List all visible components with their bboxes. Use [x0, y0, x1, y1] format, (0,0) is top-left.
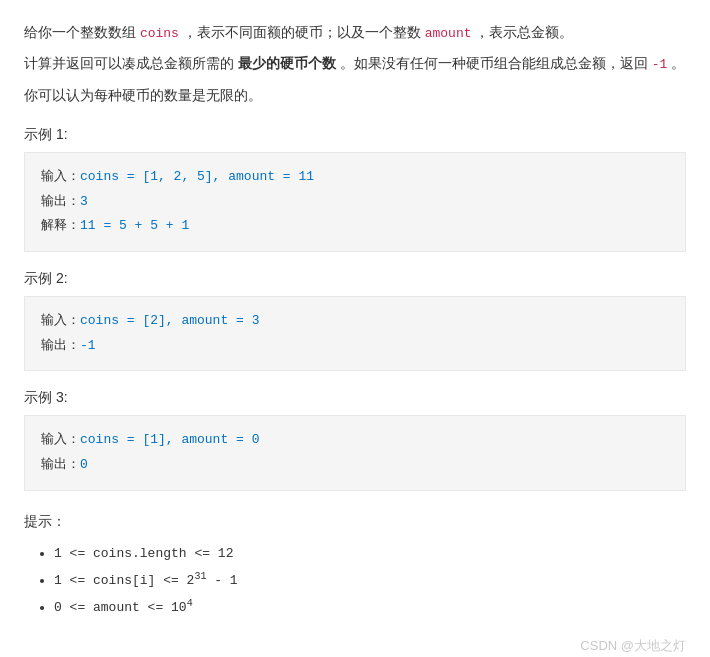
desc-keyword: 最少的硬币个数 — [238, 55, 336, 71]
example3-input-label: 输入： — [41, 432, 80, 447]
example3-output: 输出：0 — [41, 453, 669, 478]
example2-input: 输入：coins = [2], amount = 3 — [41, 309, 669, 334]
example3-output-label: 输出： — [41, 457, 80, 472]
description-section: 给你一个整数数组 coins ，表示不同面额的硬币；以及一个整数 amount … — [24, 20, 686, 108]
example2-block: 输入：coins = [2], amount = 3 输出：-1 — [24, 296, 686, 371]
example2-output: 输出：-1 — [41, 334, 669, 359]
example1-output-value: 3 — [80, 194, 88, 209]
desc-line1: 给你一个整数数组 coins ，表示不同面额的硬币；以及一个整数 amount … — [24, 20, 686, 45]
example1-input-label: 输入： — [41, 169, 80, 184]
hints-title: 提示： — [24, 513, 686, 531]
example1-explain-value: 11 = 5 + 5 + 1 — [80, 218, 189, 233]
inline-code-coins: coins — [140, 26, 179, 41]
example2-input-value: coins = [2], amount = 3 — [80, 313, 259, 328]
example1-block: 输入：coins = [1, 2, 5], amount = 11 输出：3 解… — [24, 152, 686, 252]
desc-line2: 计算并返回可以凑成总金额所需的 最少的硬币个数 。如果没有任何一种硬币组合能组成… — [24, 51, 686, 76]
example2-input-label: 输入： — [41, 313, 80, 328]
example1-explain-label: 解释： — [41, 218, 80, 233]
example1-explain: 解释：11 = 5 + 5 + 1 — [41, 214, 669, 239]
example3-output-value: 0 — [80, 457, 88, 472]
footer-brand: CSDN @大地之灯 — [24, 637, 686, 655]
example1-output: 输出：3 — [41, 190, 669, 215]
example3-title: 示例 3: — [24, 389, 686, 407]
hint-item-3: 0 <= amount <= 104 — [54, 594, 686, 621]
example1-input: 输入：coins = [1, 2, 5], amount = 11 — [41, 165, 669, 190]
example3-block: 输入：coins = [1], amount = 0 输出：0 — [24, 415, 686, 490]
example2-output-value: -1 — [80, 338, 96, 353]
inline-code-amount: amount — [425, 26, 472, 41]
example2-title: 示例 2: — [24, 270, 686, 288]
inline-code-neg1: -1 — [652, 57, 668, 72]
example1-title: 示例 1: — [24, 126, 686, 144]
example1-input-value: coins = [1, 2, 5], amount = 11 — [80, 169, 314, 184]
example3-input-value: coins = [1], amount = 0 — [80, 432, 259, 447]
hints-list: 1 <= coins.length <= 12 1 <= coins[i] <=… — [24, 541, 686, 622]
hint-item-1: 1 <= coins.length <= 12 — [54, 541, 686, 567]
example1-output-label: 输出： — [41, 194, 80, 209]
hint-item-2: 1 <= coins[i] <= 231 - 1 — [54, 567, 686, 594]
desc-line3: 你可以认为每种硬币的数量是无限的。 — [24, 83, 686, 108]
example3-input: 输入：coins = [1], amount = 0 — [41, 428, 669, 453]
example2-output-label: 输出： — [41, 338, 80, 353]
